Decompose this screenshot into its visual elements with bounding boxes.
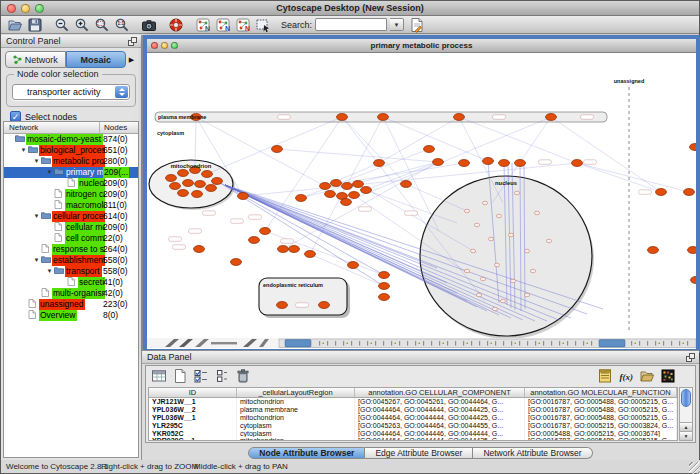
tree-row[interactable]: nucleobase-209(0) (4, 178, 138, 189)
tree-row[interactable]: ▼metabolic process280(0) (4, 156, 138, 167)
tab-overflow-arrow[interactable]: ▶ (126, 56, 137, 64)
network-node[interactable] (319, 302, 330, 309)
network-node[interactable] (331, 180, 342, 187)
zoom-selected-region-button[interactable] (93, 17, 111, 33)
network-node[interactable] (688, 247, 697, 254)
network-node[interactable] (433, 159, 444, 166)
table-row[interactable]: YPL036W__2plasma membrane[GO:0044464, GO… (149, 406, 677, 414)
tab-network[interactable]: Network (5, 51, 66, 68)
attribute-batch-editor-button[interactable] (596, 368, 614, 384)
search-input[interactable] (315, 18, 387, 31)
network-canvas[interactable]: plasma membranecytoplasmmitochondrionnuc… (147, 53, 696, 348)
zoom-out-button[interactable] (53, 17, 71, 33)
network-node[interactable] (178, 190, 189, 197)
small-node[interactable] (480, 277, 485, 281)
network-expand-button[interactable]: N (234, 17, 252, 33)
tab-node-attribute-browser[interactable]: Node Attribute Browser (248, 447, 365, 459)
expander-icon[interactable]: ▼ (32, 211, 41, 222)
open-file-button[interactable] (6, 17, 24, 33)
tree-row[interactable]: response to stimulu264(0) (4, 244, 138, 255)
small-node[interactable] (496, 214, 501, 218)
new-attribute-button[interactable] (171, 368, 189, 384)
tree-row[interactable]: secretion41(0) (4, 277, 138, 288)
network-node[interactable] (192, 191, 203, 198)
expander-icon[interactable]: ▼ (45, 266, 54, 277)
small-node[interactable] (492, 307, 497, 311)
network-node[interactable] (546, 114, 557, 121)
column-header[interactable]: _cellularLayoutRegion (237, 388, 355, 397)
tree-row[interactable]: ▼biological_process651(0) (4, 145, 138, 156)
small-node[interactable] (524, 293, 529, 297)
select-mode-box-button[interactable] (254, 17, 272, 33)
network-view-titlebar[interactable]: primary metabolic process (147, 39, 696, 53)
import-attributes-button[interactable] (638, 368, 656, 384)
network-node[interactable] (278, 246, 289, 253)
float-panel-icon[interactable] (128, 37, 137, 46)
search-dropdown-arrow[interactable]: ▼ (390, 18, 404, 31)
table-row[interactable]: YJR121W__1mitochondrion[GO:0045267, GO:0… (149, 398, 677, 406)
small-node[interactable] (488, 237, 493, 241)
tree-row[interactable]: ▼establishment of lo558(0) (4, 255, 138, 266)
column-header[interactable]: annotation.GO MOLECULAR_FUNCTION (525, 388, 677, 397)
network-node[interactable] (305, 251, 316, 258)
network-node[interactable] (459, 160, 470, 167)
search-configuration-button[interactable] (408, 17, 426, 33)
delete-attribute-button[interactable] (234, 368, 252, 384)
network-node[interactable] (401, 181, 412, 188)
network-node[interactable] (353, 181, 364, 188)
scroll-up-button[interactable]: ▲ (680, 422, 692, 431)
create-network-button[interactable]: N (194, 17, 212, 33)
tree-row[interactable]: ▼transport558(0) (4, 266, 138, 277)
network-node[interactable] (194, 246, 205, 253)
network-node[interactable] (341, 199, 352, 206)
network-node[interactable] (320, 183, 331, 190)
network-node[interactable] (349, 192, 360, 199)
table-row[interactable]: YDR039C__1mitochondrion[GO:0044464, GO:0… (149, 437, 677, 441)
small-node[interactable] (464, 209, 469, 213)
network-node[interactable] (379, 283, 390, 290)
network-node[interactable] (231, 259, 242, 266)
tree-row[interactable]: multi-organism pro42(0) (4, 288, 138, 299)
network-node[interactable] (249, 237, 260, 244)
expander-icon[interactable]: ▼ (19, 145, 28, 156)
small-node[interactable] (524, 249, 529, 253)
unselect-attributes-button[interactable] (213, 368, 231, 384)
table-scrollbar[interactable]: ▲ ▼ (679, 387, 693, 441)
small-node[interactable] (530, 269, 535, 273)
help-ring-button[interactable] (167, 17, 185, 33)
small-node[interactable] (510, 279, 515, 283)
tree-row[interactable]: ▼primary metabo209(... (4, 167, 138, 178)
network-node[interactable] (648, 247, 659, 254)
column-header[interactable]: annotation.GO CELLULAR_COMPONENT (355, 388, 525, 397)
attribute-matrix-button[interactable] (659, 368, 677, 384)
network-node[interactable] (260, 228, 271, 235)
network-node[interactable] (379, 272, 390, 279)
small-node[interactable] (514, 191, 519, 195)
network-node[interactable] (337, 114, 348, 121)
small-node[interactable] (474, 223, 479, 227)
small-node[interactable] (500, 299, 505, 303)
table-row[interactable]: YLR295Ccytoplasm[GO:0045263, GO:0044464,… (149, 422, 677, 430)
expander-icon[interactable]: ▼ (32, 255, 41, 266)
column-header[interactable]: ID (149, 388, 237, 397)
network-node[interactable] (238, 193, 249, 200)
small-node[interactable] (534, 211, 539, 215)
small-node[interactable] (464, 269, 469, 273)
network-node[interactable] (206, 185, 217, 192)
scroll-down-button[interactable]: ▼ (680, 431, 692, 440)
function-builder-button[interactable]: f(x) (617, 368, 635, 384)
network-node[interactable] (325, 191, 336, 198)
network-node[interactable] (342, 183, 353, 190)
tab-network-attribute-browser[interactable]: Network Attribute Browser (473, 447, 592, 459)
zoom-in-button[interactable] (73, 17, 91, 33)
tree-column-network[interactable]: Network (4, 122, 100, 133)
network-node[interactable] (499, 160, 510, 167)
network-node[interactable] (424, 146, 435, 153)
network-node[interactable] (656, 189, 667, 196)
expander-icon[interactable]: ▼ (32, 156, 41, 167)
network-node[interactable] (170, 183, 181, 190)
tree-row[interactable]: cellular metabo209(0) (4, 222, 138, 233)
network-node[interactable] (277, 302, 288, 309)
expander-icon[interactable]: ▼ (45, 167, 54, 178)
network-node[interactable] (454, 114, 465, 121)
